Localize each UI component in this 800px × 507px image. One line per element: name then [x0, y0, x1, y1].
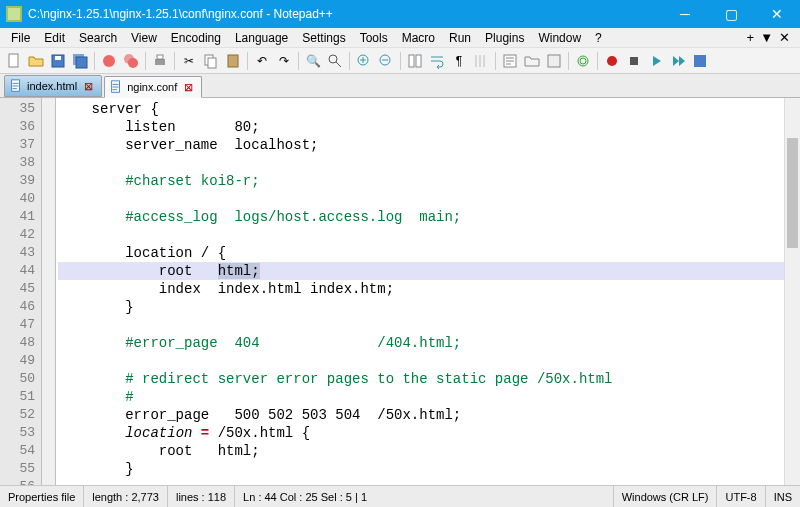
line-number[interactable]: 39 [0, 172, 35, 190]
code-line[interactable]: root html; [58, 442, 784, 460]
tab-close-icon[interactable]: ⊠ [181, 80, 195, 94]
line-number[interactable]: 43 [0, 244, 35, 262]
code-line[interactable]: index index.html index.htm; [58, 280, 784, 298]
minimize-button[interactable]: ─ [662, 0, 708, 28]
close-all-button[interactable]: ✕ [779, 30, 790, 45]
save-icon[interactable] [48, 51, 68, 71]
fold-margin[interactable] [42, 98, 56, 485]
line-number[interactable]: 40 [0, 190, 35, 208]
tab-close-icon[interactable]: ⊠ [81, 79, 95, 93]
show-symbol-icon[interactable]: ¶ [449, 51, 469, 71]
menu-tools[interactable]: Tools [353, 28, 395, 48]
record-macro-icon[interactable] [602, 51, 622, 71]
paste-icon[interactable] [223, 51, 243, 71]
save-all-icon[interactable] [70, 51, 90, 71]
code-line[interactable] [58, 316, 784, 334]
zoom-in-icon[interactable] [354, 51, 374, 71]
plus-icon[interactable]: + [747, 30, 755, 45]
code-line[interactable]: # redirect server error pages to the sta… [58, 370, 784, 388]
code-line[interactable]: root html; [58, 262, 784, 280]
code-line[interactable]: location = /50x.html { [58, 424, 784, 442]
code-line[interactable] [58, 190, 784, 208]
find-icon[interactable]: 🔍 [303, 51, 323, 71]
menu-settings[interactable]: Settings [295, 28, 352, 48]
zoom-out-icon[interactable] [376, 51, 396, 71]
line-number[interactable]: 45 [0, 280, 35, 298]
code-line[interactable]: location / { [58, 244, 784, 262]
play-macro-icon[interactable] [646, 51, 666, 71]
code-line[interactable]: } [58, 460, 784, 478]
save-macro-icon[interactable] [690, 51, 710, 71]
line-number[interactable]: 35 [0, 100, 35, 118]
line-number[interactable]: 48 [0, 334, 35, 352]
line-number[interactable]: 49 [0, 352, 35, 370]
line-number[interactable]: 54 [0, 442, 35, 460]
code-view[interactable]: server { listen 80; server_name localhos… [56, 98, 784, 485]
status-insert-mode[interactable]: INS [766, 486, 800, 507]
line-number[interactable]: 41 [0, 208, 35, 226]
line-number[interactable]: 51 [0, 388, 35, 406]
document-map-icon[interactable] [544, 51, 564, 71]
menu-macro[interactable]: Macro [395, 28, 442, 48]
status-encoding[interactable]: UTF-8 [717, 486, 765, 507]
play-multi-icon[interactable] [668, 51, 688, 71]
scrollbar-thumb[interactable] [787, 138, 798, 248]
replace-icon[interactable] [325, 51, 345, 71]
menu-encoding[interactable]: Encoding [164, 28, 228, 48]
vertical-scrollbar[interactable] [784, 98, 800, 485]
code-line[interactable]: server { [58, 100, 784, 118]
sync-scroll-icon[interactable] [405, 51, 425, 71]
code-line[interactable] [58, 352, 784, 370]
tab-index-html[interactable]: index.html ⊠ [4, 75, 102, 97]
indent-guide-icon[interactable] [471, 51, 491, 71]
print-icon[interactable] [150, 51, 170, 71]
undo-icon[interactable]: ↶ [252, 51, 272, 71]
menu-file[interactable]: File [4, 28, 37, 48]
function-list-icon[interactable] [500, 51, 520, 71]
open-file-icon[interactable] [26, 51, 46, 71]
folder-view-icon[interactable] [522, 51, 542, 71]
menu-view[interactable]: View [124, 28, 164, 48]
code-line[interactable]: #charset koi8-r; [58, 172, 784, 190]
status-eol[interactable]: Windows (CR LF) [614, 486, 718, 507]
menu-run[interactable]: Run [442, 28, 478, 48]
line-number[interactable]: 46 [0, 298, 35, 316]
maximize-button[interactable]: ▢ [708, 0, 754, 28]
menu-edit[interactable]: Edit [37, 28, 72, 48]
close-file-icon[interactable] [99, 51, 119, 71]
menu-search[interactable]: Search [72, 28, 124, 48]
code-line[interactable]: #access_log logs/host.access.log main; [58, 208, 784, 226]
line-number[interactable]: 53 [0, 424, 35, 442]
line-number[interactable]: 36 [0, 118, 35, 136]
menu-help[interactable]: ? [588, 28, 609, 48]
code-line[interactable]: error_page 500 502 503 504 /50x.html; [58, 406, 784, 424]
code-line[interactable]: listen 80; [58, 118, 784, 136]
word-wrap-icon[interactable] [427, 51, 447, 71]
caret-down-icon[interactable]: ▼ [760, 30, 773, 45]
tab-nginx-conf[interactable]: nginx.conf ⊠ [104, 76, 202, 98]
code-line[interactable] [58, 154, 784, 172]
line-number[interactable]: 42 [0, 226, 35, 244]
code-line[interactable]: server_name localhost; [58, 136, 784, 154]
redo-icon[interactable]: ↷ [274, 51, 294, 71]
line-number-gutter[interactable]: 3536373839404142434445464748495051525354… [0, 98, 42, 485]
code-line[interactable]: } [58, 298, 784, 316]
line-number[interactable]: 52 [0, 406, 35, 424]
code-line[interactable]: # [58, 388, 784, 406]
code-line[interactable]: #error_page 404 /404.html; [58, 334, 784, 352]
close-button[interactable]: ✕ [754, 0, 800, 28]
line-number[interactable]: 50 [0, 370, 35, 388]
line-number[interactable]: 38 [0, 154, 35, 172]
code-line[interactable] [58, 226, 784, 244]
line-number[interactable]: 56 [0, 478, 35, 485]
line-number[interactable]: 55 [0, 460, 35, 478]
code-line[interactable] [58, 478, 784, 485]
menu-language[interactable]: Language [228, 28, 295, 48]
close-all-icon[interactable] [121, 51, 141, 71]
menu-plugins[interactable]: Plugins [478, 28, 531, 48]
menu-window[interactable]: Window [531, 28, 588, 48]
line-number[interactable]: 47 [0, 316, 35, 334]
copy-icon[interactable] [201, 51, 221, 71]
line-number[interactable]: 44 [0, 262, 35, 280]
line-number[interactable]: 37 [0, 136, 35, 154]
